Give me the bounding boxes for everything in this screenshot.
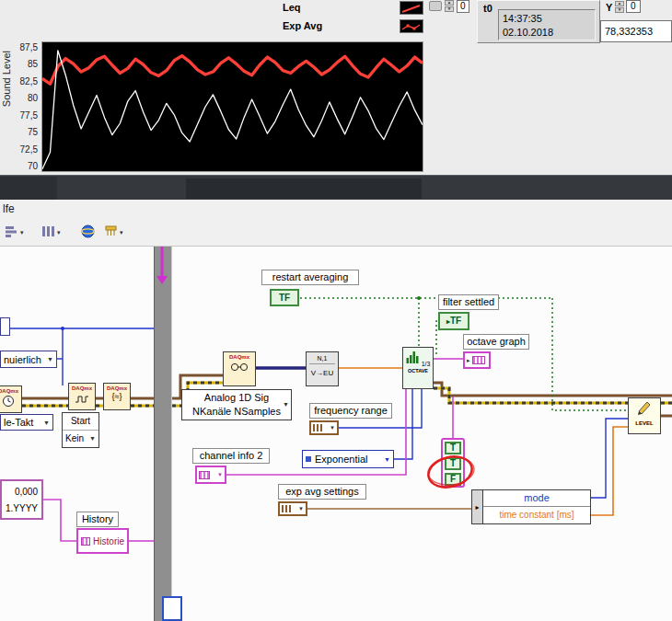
glasses-icon [229,361,249,377]
chart-spinner-arrows[interactable]: ▲▼ [445,0,454,12]
exp-avg-settings-constant[interactable]: ▼ [278,501,307,516]
enum-icon [282,505,293,512]
daqmx-trigger-node[interactable]: DAQmx [68,383,96,410]
frequency-range-label: frequency range [309,403,392,419]
octave-graph-terminal[interactable]: ▸ [463,351,491,369]
y-tick: 82,5 [0,76,38,86]
y-spinner-arrows[interactable]: ▲▼ [615,1,624,13]
indicator-arrow-icon: ▸ [467,357,470,364]
daqmx-configure-node[interactable]: DAQmx {≈} [103,383,131,410]
menu-item-help-fragment[interactable]: lfe [3,202,15,215]
clean-up-diagram-icon [104,224,118,241]
continuous-mode-ring[interactable]: nuierlich▼ [0,351,57,368]
timestamp-constant[interactable]: 0,000 1.YYYY [0,479,43,520]
labview-screenshot: Sound Level 87,5 85 82,5 80 77,5 75 72,5… [0,0,672,621]
taskbar[interactable] [0,175,672,200]
chevron-down-icon: ▼ [283,401,289,408]
chevron-down-icon: ▼ [298,506,304,512]
y-tick: 75 [0,127,38,137]
t0-date: 02.10.2018 [503,26,591,40]
align-objects-button[interactable]: ▾ [2,224,27,242]
channel-info-label: channel info 2 [192,448,270,464]
web-view-button[interactable] [77,224,98,242]
chart-tool-icon[interactable] [429,1,442,11]
y-tick: 70 [0,161,38,171]
bundle-bar: ▸ [472,490,483,523]
diagram-toolbar: ▾ ▾ ▾ [0,219,672,247]
octave-analysis-node[interactable]: 1/3 OCTAVE [402,347,434,389]
taskbar-segment[interactable] [0,177,57,201]
y-cursor-label: Y [606,2,612,13]
polymorphic-selector[interactable]: Analog 1D Sig NKanäle NSamples ▼ [181,389,292,420]
bool-constant[interactable]: T [445,457,461,470]
chevron-down-icon: ▼ [380,456,390,463]
taskbar-segment[interactable] [186,178,422,199]
align-objects-icon [5,224,18,241]
chart-spinner-value[interactable]: 0 [457,0,469,13]
y-tick: 77,5 [0,110,38,121]
legend-item-leq[interactable]: Leq [283,2,301,13]
t0-time: 14:37:35 [503,12,591,26]
legend-swatch-leq[interactable] [400,1,423,15]
channel-info-constant[interactable]: ▼ [195,466,226,484]
level-node[interactable]: LEVEL [628,397,661,434]
octave-graph-label: octave graph [463,334,529,350]
restart-averaging-label: restart averaging [261,270,359,285]
distribute-objects-button[interactable]: ▾ [39,224,64,242]
bool-constant[interactable]: F [445,473,461,486]
graph-data-icon [472,356,485,364]
chevron-down-icon: ▼ [86,435,96,442]
bool-constant[interactable]: T [445,442,461,454]
square-wave-icon [75,392,89,408]
filter-settled-label: filter settled [438,294,499,310]
y-spinner-value[interactable]: 0 [626,0,641,13]
enum-icon [313,424,324,431]
globe-icon [80,224,96,243]
sample-clock-ring[interactable]: le-Takt▼ [0,414,53,431]
chevron-down-icon: ▼ [217,472,223,477]
daqmx-timing-node[interactable]: DAQmx [0,385,22,413]
trigger-selector[interactable]: Start Kein▼ [62,412,99,448]
boolean-cluster-constant[interactable]: T T F [441,438,465,488]
menu-bar: lfe [0,200,672,219]
frequency-range-constant[interactable]: ▼ [309,420,339,435]
legend-swatch-exp-avg[interactable] [400,19,423,33]
unbundle-time-constant-element[interactable]: time constant [ms] [483,507,590,523]
chevron-down-icon: ▼ [330,425,335,431]
filter-settled-tf-indicator[interactable]: ▸TF [438,312,469,330]
block-diagram[interactable]: nuierlich▼ DAQmx DAQmx DAQmx {≈} le-Takt… [0,247,672,621]
chevron-down-icon: ▼ [40,420,50,426]
y-tick: 85 [0,59,38,69]
octave-bars-icon [406,350,420,367]
pencil-icon [635,404,654,420]
y-tick: 80 [0,93,38,103]
daqmx-read-node[interactable]: DAQmx [223,351,256,386]
splitter-bar[interactable] [154,247,172,621]
t0-time-display[interactable]: 14:37:35 02.10.2018 [498,9,596,40]
front-panel: Sound Level 87,5 85 82,5 80 77,5 75 72,5… [0,0,672,175]
distribute-objects-icon [41,224,55,241]
waveform-glyph: {≈} [112,392,122,401]
trigger-start-label: Start [63,413,98,430]
unbundle-mode-element[interactable]: mode [483,490,590,507]
waveform-chart[interactable] [41,41,423,172]
trigger-kein-ring[interactable]: Kein▼ [63,430,98,446]
t0-panel: t0 14:37:35 02.10.2018 [477,0,600,43]
averaging-mode-ring[interactable]: Exponential ▼ [302,450,394,468]
history-node[interactable]: Historie [76,528,129,554]
legend-item-exp-avg[interactable]: Exp Avg [283,20,322,31]
clean-up-diagram-button[interactable]: ▾ [101,224,126,242]
unbundle-by-name-node[interactable]: ▸ mode time constant [ms] [471,489,591,524]
chevron-down-icon: ▾ [20,229,24,236]
chart-traces [42,42,423,171]
clock-icon [2,395,15,411]
partial-node[interactable] [0,317,10,336]
restart-averaging-tf-constant[interactable]: TF [270,289,299,306]
enum-glyph-icon [306,456,311,462]
y-tick: 72,5 [0,144,38,155]
scale-to-eu-node[interactable]: N,1 V→EU [306,351,339,386]
t0-label: t0 [483,3,492,14]
cluster-icon [81,537,90,546]
y-cursor-value[interactable]: 78,332353 [600,20,672,42]
partial-node-bottom[interactable] [162,596,182,621]
